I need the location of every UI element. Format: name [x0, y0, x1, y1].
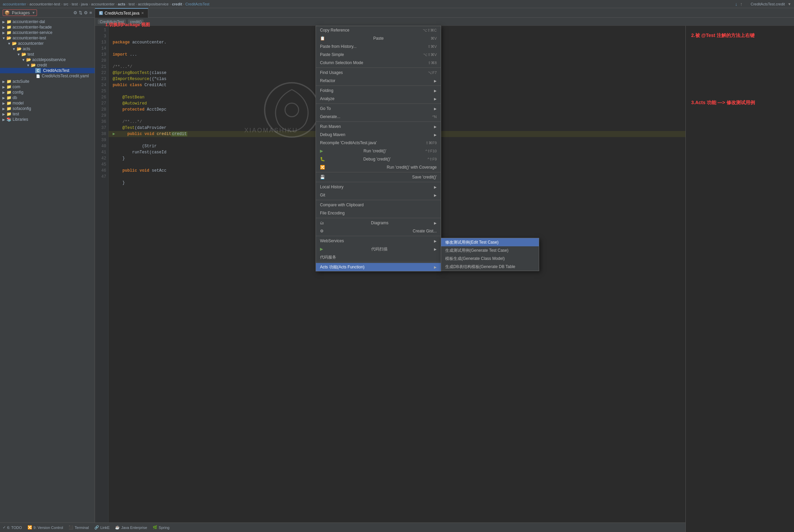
cm-item-label: Generate...: [320, 114, 340, 119]
breadcrumb-item[interactable]: acctdepositservice: [138, 2, 169, 6]
tree-item-creditactstest[interactable]: C CreditActsTest: [0, 68, 95, 73]
cm-paste-simple[interactable]: Paste Simple ⌥⇧⌘V: [316, 51, 441, 59]
acts-submenu-generate-db[interactable]: 生成DB表结构模板(Generate DB Table: [441, 263, 539, 271]
cm-run-credit[interactable]: ▶ Run 'credit()' ^⇧F10: [316, 147, 441, 155]
tree-item-facade[interactable]: ▶ 📁 accountcenter-facade: [0, 24, 95, 30]
status-spring[interactable]: 🌿 Spring: [153, 525, 170, 530]
status-java-enterprise[interactable]: ☕ Java Enterprise: [115, 525, 147, 530]
more-icon[interactable]: ≡: [89, 10, 92, 15]
tree-item-actssuite[interactable]: ▶ 📁 actsSuite: [0, 79, 95, 84]
nav-up-icon[interactable]: ↑: [740, 1, 742, 7]
cm-find-usages[interactable]: Find Usages ⌥F7: [316, 69, 441, 77]
breadcrumb-item[interactable]: java: [81, 2, 88, 6]
tree-item-yaml[interactable]: 📄 CreditActsTest.credit.yaml: [0, 73, 95, 79]
status-todo[interactable]: ✓ 6: TODO: [3, 525, 22, 530]
tab-close-icon[interactable]: ✕: [141, 11, 144, 15]
cm-column-selection[interactable]: Column Selection Mode ⇧⌘8: [316, 59, 441, 67]
tree-item-libraries[interactable]: ▶ 📚 Libraries: [0, 117, 95, 122]
tree-item-test-root[interactable]: ▼ 📂 accountcenter-test: [0, 35, 95, 41]
cm-diagrams[interactable]: 🗂 Diagrams ▶: [316, 219, 441, 227]
cm-file-encoding[interactable]: File Encoding: [316, 209, 441, 217]
tree-item-config[interactable]: ▶ 📁 config: [0, 90, 95, 95]
cm-copy-reference[interactable]: Copy Reference ⌥⇧⌘C: [316, 26, 441, 34]
sync-icon[interactable]: ⚙: [73, 10, 77, 15]
chevron-down-icon[interactable]: ▼: [32, 11, 35, 15]
sidebar: 📦 Packages ▼ ⚙ ⇅ ⚙ ≡ ▶ 📁 accountcenter-d…: [0, 8, 95, 522]
tree-item-com[interactable]: ▶ 📁 com: [0, 84, 95, 90]
tree-item-service[interactable]: ▶ 📁 accountcenter-service: [0, 30, 95, 35]
cm-local-history[interactable]: Local History ▶: [316, 183, 441, 191]
breadcrumb-item[interactable]: acts: [118, 2, 125, 6]
cm-shortcut: ⇧⌘8: [428, 61, 437, 65]
sidebar-header: 📦 Packages ▼ ⚙ ⇅ ⚙ ≡: [0, 8, 95, 18]
nav-down-icon[interactable]: ↓: [735, 1, 737, 7]
status-linke[interactable]: 🔗 LinkE: [94, 525, 110, 530]
breadcrumb-item[interactable]: CreditActsTest: [185, 2, 209, 6]
cm-paste[interactable]: 📋 Paste ⌘V: [316, 34, 441, 42]
cm-acts-function[interactable]: Acts 功能(Acts Function) ▶ 修改测试用例(Edit Tes…: [316, 263, 441, 271]
breadcrumb-item[interactable]: credit: [172, 2, 182, 6]
cm-compare-clipboard[interactable]: Compare with Clipboard: [316, 201, 441, 209]
cm-shortcut: ⌥F7: [428, 71, 437, 75]
todo-icon: ✓: [3, 525, 6, 530]
folder-icon: 📁: [6, 101, 12, 106]
cm-recompile[interactable]: Recompile 'CreditActsTest.java' ⇧⌘F9: [316, 139, 441, 147]
folder-icon: 📁: [6, 112, 12, 116]
tree-item-model[interactable]: ▶ 📁 model: [0, 100, 95, 106]
tree-item-sofaconfig[interactable]: ▶ 📁 sofaconfig: [0, 106, 95, 111]
tree-item-acts[interactable]: ▼ 📂 acts: [0, 46, 95, 52]
acts-submenu-edit-test[interactable]: 修改测试用例(Edit Test Case): [441, 238, 539, 246]
file-tab-indicator: CreditActsTest.credit: [751, 2, 785, 6]
cm-refactor[interactable]: Refactor ▶: [316, 77, 441, 85]
folder-icon: 📁: [6, 95, 12, 100]
cm-create-gist[interactable]: ⚙ Create Gist...: [316, 227, 441, 235]
tree-item-testfolder[interactable]: ▶ 📁 test: [0, 111, 95, 117]
cm-item-label: 修改测试用例(Edit Test Case): [445, 240, 498, 245]
cm-folding[interactable]: Folding ▶: [316, 87, 441, 95]
settings-icon[interactable]: ⚙: [84, 10, 88, 15]
tree-item-acctdepositservice[interactable]: ▼ 📂 acctdepositservice: [0, 57, 95, 62]
cm-analyze[interactable]: Analyze ▶: [316, 95, 441, 103]
chevron-down-icon[interactable]: ▼: [788, 2, 791, 6]
cm-paste-history[interactable]: Paste from History... ⇧⌘V: [316, 42, 441, 51]
yaml-file-icon: 📄: [35, 74, 41, 78]
bug-icon: 🐛: [320, 157, 325, 162]
status-version-control[interactable]: 🔀 9: Version Control: [27, 525, 63, 530]
cm-debug-credit[interactable]: 🐛 Debug 'credit()' ^⇧F9: [316, 155, 441, 163]
cm-generate[interactable]: Generate... ^N: [316, 113, 441, 121]
acts-submenu-generate-test[interactable]: 生成测试用例(Generate Test Case): [441, 246, 539, 254]
cm-git[interactable]: Git ▶: [316, 191, 441, 199]
cm-item-label: Refactor: [320, 78, 335, 83]
packages-panel-header[interactable]: 📦 Packages ▼: [3, 10, 37, 16]
cm-separator: [316, 218, 441, 218]
breadcrumb-item[interactable]: test: [129, 2, 135, 6]
breadcrumb-item[interactable]: accountcenter: [3, 2, 26, 6]
tree-item-label: acctdepositservice: [32, 57, 66, 62]
folder-icon: 📁: [6, 106, 12, 111]
breadcrumb-sep: ›: [89, 2, 90, 6]
cm-code-service[interactable]: 代码服务: [316, 253, 441, 261]
acts-submenu-generate-model[interactable]: 模板生成(Generate Class Model): [441, 254, 539, 263]
tree-item-db[interactable]: ▶ 📁 db: [0, 95, 95, 100]
cm-run-maven[interactable]: Run Maven ▶: [316, 122, 441, 131]
cm-webservices[interactable]: WebServices ▶: [316, 237, 441, 245]
cm-code-scan[interactable]: ▶ 代码扫描 ▶: [316, 245, 441, 253]
breadcrumb-item[interactable]: test: [72, 2, 78, 6]
status-terminal[interactable]: ⬛ Terminal: [69, 525, 89, 530]
breadcrumb-item[interactable]: accountcenter: [91, 2, 115, 6]
breadcrumb-item[interactable]: src: [63, 2, 69, 6]
folder-icon: 📁: [6, 90, 12, 95]
cm-go-to[interactable]: Go To ▶: [316, 104, 441, 113]
cm-run-coverage[interactable]: 🔀 Run 'credit()' with Coverage: [316, 163, 441, 171]
cm-debug-maven[interactable]: Debug Maven ▶: [316, 131, 441, 139]
tree-item-accountcenter[interactable]: ▼ 📂 accountcenter: [0, 41, 95, 46]
tree-item-credit[interactable]: ▼ 📂 credit: [0, 62, 95, 68]
cm-save-credit[interactable]: 💾 Save 'credit()': [316, 173, 441, 181]
tree-item-dal[interactable]: ▶ 📁 accountcenter-dal: [0, 19, 95, 24]
collapse-icon[interactable]: ⇅: [79, 10, 82, 15]
breadcrumb-item[interactable]: accountcenter-test: [30, 2, 60, 6]
breadcrumb-sep: ›: [27, 2, 29, 6]
editor-tab-creditactstest[interactable]: C CreditActsTest.java ✕: [95, 8, 148, 18]
arrow-icon: ▶: [1, 107, 6, 111]
tree-item-test[interactable]: ▼ 📂 test: [0, 52, 95, 57]
